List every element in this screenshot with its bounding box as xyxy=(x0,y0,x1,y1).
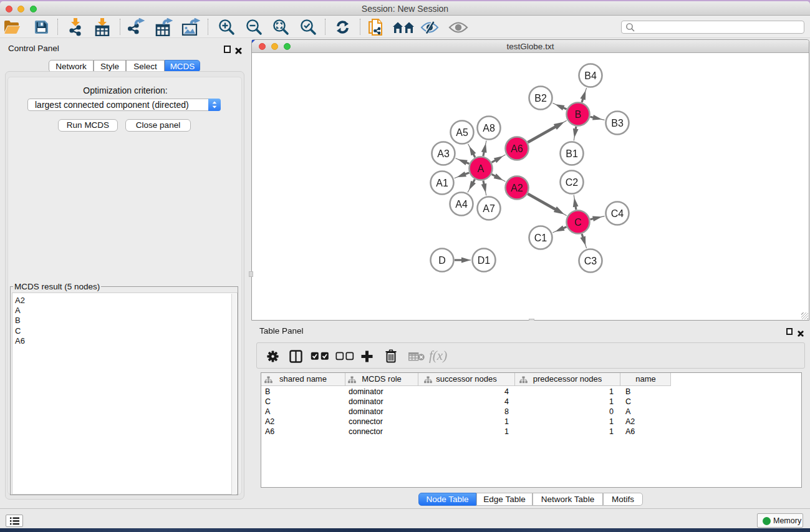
svg-text:B: B xyxy=(575,109,582,120)
svg-text:A6: A6 xyxy=(511,143,523,154)
svg-text:A5: A5 xyxy=(456,127,468,138)
svg-text:A1: A1 xyxy=(436,178,448,188)
svg-text:C: C xyxy=(574,217,582,228)
svg-text:A7: A7 xyxy=(483,203,495,214)
svg-text:B4: B4 xyxy=(584,70,597,81)
svg-text:A3: A3 xyxy=(437,148,450,159)
svg-text:A2: A2 xyxy=(511,183,523,193)
svg-text:B1: B1 xyxy=(566,148,578,159)
svg-text:B2: B2 xyxy=(534,93,547,104)
svg-text:B3: B3 xyxy=(611,118,624,128)
svg-text:D: D xyxy=(438,255,446,266)
svg-text:A4: A4 xyxy=(455,199,468,210)
svg-text:A: A xyxy=(478,163,485,174)
svg-text:C3: C3 xyxy=(584,256,597,266)
svg-text:C1: C1 xyxy=(534,233,547,243)
svg-text:D1: D1 xyxy=(478,255,491,266)
svg-text:A8: A8 xyxy=(483,123,495,133)
svg-text:C2: C2 xyxy=(566,177,579,188)
svg-text:C4: C4 xyxy=(611,208,624,219)
